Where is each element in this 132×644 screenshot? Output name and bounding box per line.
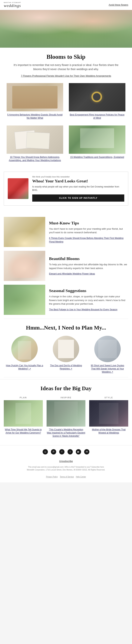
must-know-desc: You don't have to over-prepare for your … [49,227,128,234]
terms-of-service-link[interactable]: Terms of Service [60,476,74,478]
articles-row-2: 10 Things You Should Know Before Address… [0,126,132,162]
plan-item-wedding: How Quickly Can You Actually Plan a Wedd… [4,336,45,374]
promo-signup-button[interactable]: CLICK TO SIGN UP INSTANTLY [32,194,124,202]
twitter-icon[interactable]: t [68,449,73,454]
promo-subtitle: We think you'll totally love this newsle… [32,176,124,178]
unsubscribe-link[interactable]: Unsubscribe [59,460,73,462]
plan-registry-link[interactable]: The Dos and Don'ts of Wedding Registries… [47,364,85,370]
article-traditions: 15 Wedding Traditions and Superstitions,… [66,126,128,162]
quotes-circle-decoration [94,336,121,362]
promo-desc: Is exactly what people will say when you… [32,185,124,192]
promo-content: We think you'll totally love this newsle… [32,176,124,202]
promo-image [8,178,28,199]
traditions-img-decoration [69,126,126,154]
beautiful-blooms-section: Beautiful Blooms To help you bring your … [0,251,132,281]
invitations-img-decoration [6,126,63,154]
blooms-desc: It's important to remember that not ever… [11,63,121,72]
seasonal-title: Seasonal Suggestions [49,288,128,293]
style-image [89,400,128,426]
facebook-icon[interactable]: f [59,449,64,454]
inspire-link[interactable]: 'This Couple's Wedding Reception Was Ins… [46,428,86,438]
guests-img-decoration [6,83,63,111]
help-center-link[interactable]: Help Center [76,476,86,478]
must-know-text: Must-Know Tips You don't have to over-pr… [49,221,128,244]
inspire-col-label: INSPIRE [46,396,86,399]
plan-item-registry: The Dos and Don'ts of Wedding Registries… [45,336,87,374]
footer-company: Meredith Corporation, 1716 Locust Street… [27,469,105,471]
plan-articles: How Quickly Can You Actually Plan a Wedd… [0,336,132,374]
beautiful-blooms-image [4,251,45,281]
article-ring-image [69,83,126,111]
youtube-icon[interactable]: ▶ [76,449,81,454]
seasonal-text: Seasonal Suggestions A change in the col… [49,288,128,311]
logo-main-text: weddings [4,4,21,8]
plan-title: Hmm...Next, I Need to Plan My... [11,324,121,331]
plan-quotes-image [94,336,121,362]
footer-body: This email was sent to xxxxxx@gmail.com … [0,464,132,475]
seasonal-desc: A change in the color, shape, or quantit… [49,295,128,306]
email-header: MARTHA STEWART weddings Avoid these flow… [0,0,132,10]
plan-ceremony-image [4,400,43,426]
promo-title: Whoa! Your Yard Looks Great! [32,178,124,184]
pinterest-icon[interactable]: P [51,449,56,454]
article-invitations-image [6,126,63,154]
email-icon[interactable]: ✉ [84,449,90,454]
social-row: ⎉ P f t ▶ ✉ [0,445,132,458]
seasonal-img-decoration [4,285,45,315]
article-guests-link[interactable]: 5 Annoying Behaviors Wedding Guests Shou… [6,113,63,120]
section-divider-2 [4,377,128,378]
plan-col-label: PLAN [4,396,43,399]
privacy-policy-link[interactable]: Privacy Policy [46,476,58,478]
ring-img-decoration [69,83,126,111]
must-know-link[interactable]: 6 Things Every Couple Should Know Before… [49,237,124,243]
plan-item-quotes: 90 Short and Sweet Love Quotes That Will… [87,336,128,374]
plan-quotes-link[interactable]: 90 Short and Sweet Love Quotes That Will… [89,364,126,374]
beautiful-blooms-link[interactable]: Elegant and Affordable Wedding Flower Id… [49,272,95,275]
ideas-columns: PLAN What Time Should We Tell Guests to … [0,396,132,438]
logo: MARTHA STEWART weddings [4,2,21,8]
plan-wedding-link[interactable]: How Quickly Can You Actually Plan a Wedd… [6,364,43,370]
hero-flowers-decoration [0,10,132,48]
article-invitations-link[interactable]: 10 Things You Should Know Before Address… [6,156,63,162]
ceremony-img-decoration [4,400,43,426]
footer-sent-text: This email was sent to xxxxxx@gmail.com … [28,466,104,468]
article-invitations: 10 Things You Should Know Before Address… [4,126,66,162]
beautiful-blooms-text: Beautiful Blooms To help you bring your … [49,256,128,276]
tips-img-decoration [4,217,45,247]
plan-ceremony-link[interactable]: What Time Should We Tell Guests to Arriv… [4,428,43,434]
article-guests: 5 Annoying Behaviors Wedding Guests Shou… [4,83,66,120]
ideas-inspire-col: INSPIRE 'This Couple's Wedding Reception… [45,396,88,438]
beautiful-blooms-title: Beautiful Blooms [49,256,128,261]
registry-circle-decoration [53,336,79,362]
plan-wedding-image [11,336,38,362]
seasonal-link[interactable]: The Best Foliage to Use in Your Wedding … [49,308,118,311]
instagram-icon[interactable]: ⎉ [42,449,48,454]
hero-image [0,10,132,48]
blooms-img-decoration [4,251,45,281]
articles-row-1: 5 Annoying Behaviors Wedding Guests Shou… [0,83,132,120]
article-ring: Best Engagement Ring Insurance Policies … [66,83,128,120]
style-col-label: STYLE [89,396,128,399]
inspire-img-decoration [46,400,86,426]
article-ring-link[interactable]: Best Engagement Ring Insurance Policies … [69,113,126,120]
must-know-section: Must-Know Tips You don't have to over-pr… [0,217,132,247]
seasonal-image [4,285,45,315]
ideas-title: Ideas for the Big Day [11,385,121,392]
blooms-title: Blooms to Skip [11,53,121,60]
seasonal-section: Seasonal Suggestions A change in the col… [0,285,132,315]
article-traditions-link[interactable]: 15 Wedding Traditions and Superstitions,… [69,156,126,159]
style-img-decoration [89,400,128,426]
footer-links: Privacy Policy Terms of Service Help Cen… [0,475,132,478]
plan-header: Hmm...Next, I Need to Plan My... [0,319,132,336]
blooms-section: Blooms to Skip It's important to remembe… [0,48,132,83]
header-nav-link[interactable]: Avoid these flowers [108,4,128,6]
ideas-header: Ideas for the Big Day [0,379,132,396]
style-link[interactable]: Mother-of-the-Bride Dresses That Wowed a… [89,428,128,434]
ideas-plan-col: PLAN What Time Should We Tell Guests to … [2,396,45,438]
blooms-link[interactable]: 7 Flowers Professional Florists Wouldn't… [21,74,111,77]
wedding-circle-decoration [11,336,38,362]
inspire-image [46,400,86,426]
article-traditions-image [69,126,126,154]
unsubscribe-row: Unsubscribe [0,458,132,464]
ideas-style-col: STYLE Mother-of-the-Bride Dresses That W… [87,396,130,438]
